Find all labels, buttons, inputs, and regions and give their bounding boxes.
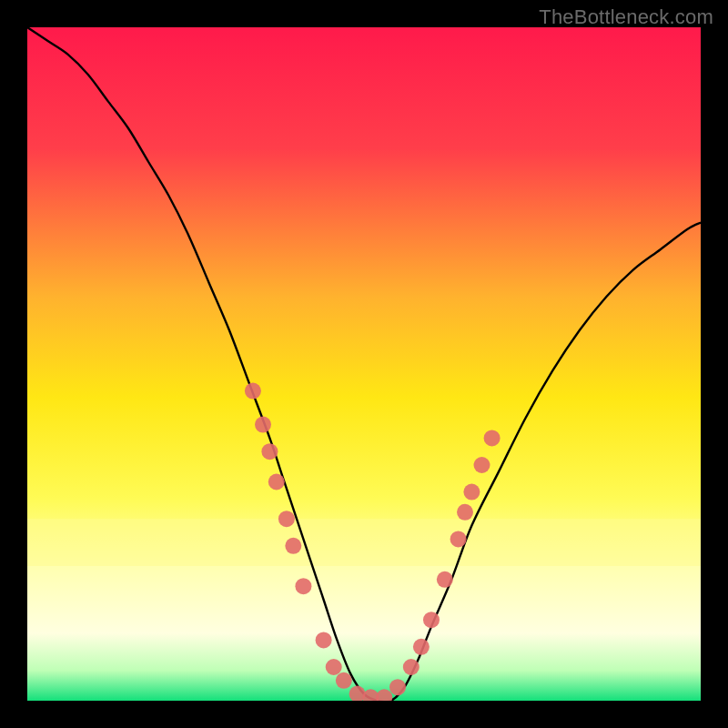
marker-point <box>437 571 453 588</box>
marker-point <box>484 430 500 446</box>
marker-point <box>261 443 278 460</box>
marker-point <box>413 639 430 655</box>
marker-point <box>463 484 480 500</box>
pale-band <box>27 519 701 566</box>
marker-point <box>450 531 467 547</box>
plot-area <box>27 27 701 701</box>
marker-point <box>295 578 311 594</box>
marker-point <box>423 612 440 628</box>
marker-point <box>255 417 271 433</box>
marker-point <box>403 659 420 675</box>
outer-frame: TheBottleneck.com <box>0 0 728 728</box>
marker-point <box>457 504 473 521</box>
marker-point <box>278 511 295 527</box>
marker-point <box>285 538 301 554</box>
marker-point <box>268 474 285 490</box>
marker-point <box>245 383 261 399</box>
chart-svg <box>27 27 701 701</box>
marker-point <box>336 672 352 689</box>
marker-point <box>316 632 332 648</box>
marker-point <box>474 457 490 473</box>
watermark-text: TheBottleneck.com <box>539 5 713 29</box>
marker-point <box>389 679 406 695</box>
marker-point <box>326 659 342 675</box>
